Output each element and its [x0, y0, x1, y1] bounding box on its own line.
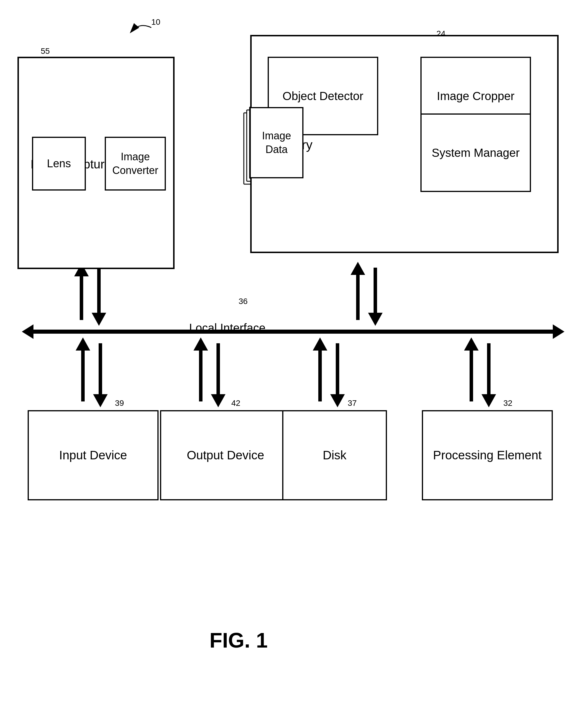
- figure-label: FIG. 1: [210, 628, 268, 652]
- ref-input-device: 39: [115, 399, 124, 408]
- lens-box: Lens: [32, 137, 86, 190]
- svg-marker-30: [481, 394, 496, 407]
- input-device-label: Input Device: [59, 448, 127, 463]
- svg-marker-29: [464, 338, 479, 351]
- diagram: 10 55 24 18 21 64 15 57 61 36 39 42 37 3…: [0, 0, 588, 704]
- svg-marker-5: [22, 325, 34, 339]
- svg-marker-13: [351, 262, 365, 275]
- svg-marker-14: [368, 313, 383, 326]
- lens-label: Lens: [47, 157, 71, 171]
- image-converter-box: Image Converter: [105, 137, 166, 190]
- svg-marker-21: [193, 338, 208, 351]
- system-manager-box: System Manager: [420, 113, 531, 192]
- ref-disk: 37: [348, 399, 357, 408]
- output-device-box: Output Device: [160, 410, 291, 501]
- local-interface-label: Local Interface: [189, 321, 266, 335]
- system-manager-label: System Manager: [432, 145, 520, 160]
- image-converter-label: Image Converter: [106, 150, 165, 177]
- svg-marker-18: [93, 394, 108, 407]
- svg-marker-10: [92, 313, 106, 326]
- ref-local-interface: 36: [239, 297, 248, 306]
- disk-box: Disk: [282, 410, 387, 501]
- processing-element-label: Processing Element: [433, 448, 542, 463]
- output-device-label: Output Device: [187, 448, 264, 463]
- svg-marker-6: [553, 325, 565, 339]
- input-device-box: Input Device: [27, 410, 159, 501]
- ref-output-device: 42: [231, 399, 240, 408]
- svg-marker-22: [211, 394, 226, 407]
- object-detector-label: Object Detector: [283, 89, 363, 104]
- image-data-box: Image Data: [250, 107, 303, 178]
- ref-system: 10: [151, 17, 160, 27]
- disk-label: Disk: [322, 448, 347, 463]
- svg-marker-17: [76, 338, 90, 351]
- svg-marker-26: [330, 394, 345, 407]
- image-cropper-label: Image Cropper: [437, 89, 515, 104]
- image-data-label: Image Data: [251, 129, 302, 157]
- ref-image-capturing-device: 55: [41, 47, 50, 56]
- svg-marker-25: [313, 338, 327, 351]
- processing-element-box: Processing Element: [422, 410, 553, 501]
- ref-processing-element: 32: [503, 399, 512, 408]
